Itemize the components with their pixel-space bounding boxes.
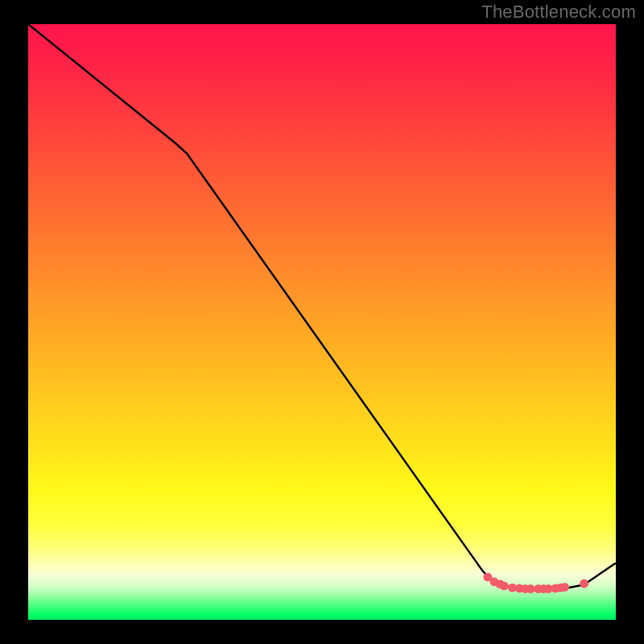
chart-svg [28,24,616,612]
attribution-label: TheBottleneck.com [481,2,636,23]
curve-line [28,24,616,589]
highlight-markers [483,573,588,593]
marker-dot [500,581,509,590]
marker-dot [580,580,588,588]
marker-dot [526,584,535,593]
marker-dot [560,583,569,592]
plot-area [28,24,616,620]
chart-frame: TheBottleneck.com [0,0,644,644]
